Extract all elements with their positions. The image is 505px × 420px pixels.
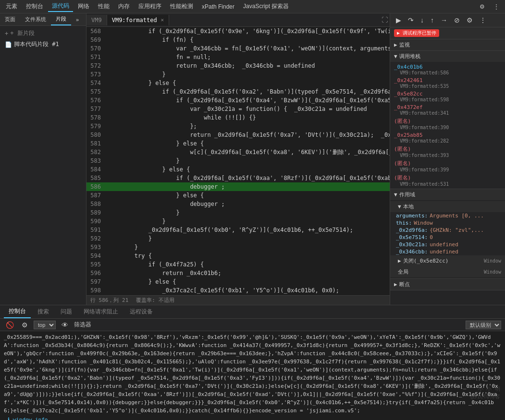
line-content[interactable]: } else { (105, 191, 390, 200)
filter-label: 筛选器 (74, 321, 91, 329)
settings-btn[interactable]: ⚙ (465, 15, 475, 25)
toolbar-btn-application[interactable]: 应用程序 (135, 1, 165, 12)
code-tab-vm9-formatted[interactable]: VM9:formatted ✕ (107, 15, 170, 25)
breakpoints-header[interactable]: ▶ 断点 (390, 279, 505, 290)
callstack-item[interactable]: (匿名)VM9:formatted:390 (390, 117, 505, 131)
console-clear-btn[interactable]: 🚫 (4, 320, 16, 330)
context-select[interactable]: top (34, 321, 56, 329)
snippet-item-1[interactable]: 📄 脚本代码片段 #1 (2, 39, 84, 50)
line-content[interactable]: } else { (105, 79, 390, 87)
line-content[interactable]: if (_0x2d9f6a[_0x1e5f('0xaa', '8Rzf')](_… (105, 174, 390, 182)
step-btn[interactable]: → (439, 15, 449, 25)
line-content[interactable]: return _0x4c01b6; (105, 269, 390, 277)
level-select[interactable]: 默认级别 (466, 321, 501, 329)
sidebar-expand-btn[interactable]: » (71, 13, 84, 25)
toolbar-btn-perf-monitor[interactable]: 性能检测 (166, 1, 197, 12)
callstack-item[interactable]: (匿名)VM9:formatted:399 (390, 159, 505, 173)
line-content[interactable]: debugger ; (105, 182, 390, 191)
bottom-tab-search[interactable]: 搜索 (33, 306, 54, 318)
resume-btn[interactable]: ▶ (394, 15, 403, 25)
line-content[interactable]: while (!![]) {} (105, 113, 390, 122)
line-content[interactable]: } (105, 234, 390, 243)
line-content[interactable]: } (105, 156, 390, 165)
callstack-item[interactable]: (匿名)VM9:formatted:393 (390, 144, 505, 159)
more-options-icon[interactable]: ⋮ (490, 2, 503, 11)
toolbar-btn-sources[interactable]: 源代码 (48, 1, 73, 12)
toolbar-btn-elements[interactable]: 元素 (2, 1, 21, 12)
debug-controls: ▶ ↷ ↓ ↑ → ⊘ ⚙ ⋮ (390, 13, 505, 27)
callstack-item[interactable]: _0x242461VM9:formatted:535 (390, 76, 505, 90)
scope-arrow: ▼ (394, 192, 397, 198)
bottom-tab-network-block[interactable]: 网络请求阻止 (79, 306, 123, 318)
line-content[interactable]: } else { (105, 165, 390, 174)
step-over-btn[interactable]: ↷ (406, 15, 416, 25)
close-tab-icon[interactable]: ✕ (161, 17, 164, 23)
code-editor[interactable]: 568 if (_0x2d9f6a[_0x1e5f('0x9e', '6kng'… (86, 27, 390, 295)
line-content[interactable]: }; (105, 122, 390, 131)
table-row: 590 } (86, 217, 390, 226)
scope-header[interactable]: ▼ 作用域 (390, 189, 505, 200)
callstack-item[interactable]: (匿名)VM9:formatted:531 (390, 173, 505, 188)
line-content[interactable]: } (105, 243, 390, 252)
eye-icon[interactable]: 👁 (60, 320, 70, 330)
line-content[interactable]: } else { (105, 277, 390, 286)
deactivate-btn[interactable]: ⊘ (452, 15, 462, 25)
toolbar-btn-memory[interactable]: 内存 (114, 1, 134, 12)
code-tab-vm9[interactable]: VM9 (86, 15, 107, 25)
callstack-header[interactable]: ▼ 调用堆栈 (390, 51, 505, 62)
callstack-item[interactable]: _0x25ab85VM9:formatted:282 (390, 131, 505, 144)
line-content[interactable]: _0x37ca2c[_0x1e5f('0xb1', 'Y5^o')](_0x4c… (105, 286, 390, 295)
callstack-item[interactable]: _0x4372efVM9:formatted:341 (390, 103, 505, 117)
step-into-btn[interactable]: ↓ (419, 15, 426, 25)
line-content[interactable]: } else { (105, 139, 390, 148)
toolbar-btn-network[interactable]: 网络 (74, 1, 93, 12)
line-content[interactable]: } (105, 217, 390, 226)
global-value: Window (484, 269, 501, 275)
toolbar-btn-xpath[interactable]: xPath Finder (198, 2, 238, 11)
line-content[interactable]: w[c](_0x2d9f6a[_0x1e5f('0xa8', '6KEV')](… (105, 148, 390, 156)
level-selector[interactable]: 默认级别 (466, 321, 501, 329)
more-btn[interactable]: ⋮ (478, 15, 488, 25)
line-content[interactable]: var _0x30c21a = function() { _0x30c21a =… (105, 105, 390, 113)
step-out-btn[interactable]: ↑ (429, 15, 436, 25)
line-content[interactable]: } (105, 208, 390, 217)
global-header[interactable]: 全局 Window (390, 266, 505, 277)
line-content[interactable]: _0x2d9f6a[_0x1e5f('0xb0', 'R^yZ')](_0x4c… (105, 226, 390, 234)
sidebar-tab-page[interactable]: 页面 (0, 13, 20, 25)
line-content[interactable]: var _0x346cbb = fn[_0x1e5f('0xa1', 'weON… (105, 44, 390, 53)
sidebar-tab-snippets[interactable]: 片段 (51, 13, 71, 25)
callstack-section: ▼ 调用堆栈 _0x4c01b6VM9:formatted:586_0x2424… (390, 51, 505, 189)
toolbar-btn-performance[interactable]: 性能 (94, 1, 113, 12)
expand-editor-icon[interactable]: ⛶ (380, 14, 390, 25)
line-content[interactable]: return _0x346cbb; _0x346cbb = undefined (105, 61, 390, 70)
bottom-tab-remote[interactable]: 远程设备 (125, 306, 158, 318)
watch-section-header[interactable]: ▶ 监视 (390, 39, 505, 50)
add-snippet-btn[interactable]: + + 新片段 (2, 28, 84, 39)
line-content[interactable]: return _0x2d9f6a[_0x1e5f('0xa7', 'DVt(')… (105, 131, 390, 139)
toolbar-btn-js-explorer[interactable]: JavaScript 探索器 (239, 1, 293, 12)
console-settings-btn[interactable]: ⚙ (20, 320, 30, 330)
callstack-item[interactable]: _0x4c01b6VM9:formatted:586 (390, 63, 505, 76)
toolbar-btn-console[interactable]: 控制台 (22, 1, 47, 12)
line-content[interactable]: if (_0x4f7a25) { (105, 260, 390, 269)
settings-icon[interactable]: ⚙ (476, 2, 489, 11)
local-label: 本地 (403, 203, 414, 210)
line-content[interactable]: debugger ; (105, 200, 390, 208)
bottom-tab-issues[interactable]: 问题 (56, 306, 77, 318)
line-content[interactable]: if (_0x2d9f6a[_0x1e5f('0xa4', 'BzwW')](_… (105, 96, 390, 105)
context-selector[interactable]: top (34, 321, 56, 329)
line-content[interactable]: fn = null; (105, 53, 390, 61)
line-content[interactable]: } (105, 70, 390, 79)
line-content[interactable]: if (fn) { (105, 36, 390, 44)
line-content[interactable]: try { (105, 252, 390, 260)
callstack-item[interactable]: _0x5e82ccVM9:formatted:598 (390, 90, 505, 103)
line-number: 573 (86, 70, 105, 79)
line-content[interactable]: if (_0x2d9f6a[_0x1e5f('0xa2', 'Babn')](t… (105, 87, 390, 96)
line-content[interactable]: if (_0x2d9f6a[_0x1e5f('0x9e', '6kng')](_… (105, 27, 390, 36)
callstack-func-name: _0x5e82cc (394, 91, 501, 97)
line-number: 595 (86, 260, 105, 269)
local-scope-header[interactable]: ▼ 本地 (390, 201, 505, 212)
sidebar-tab-filesystem[interactable]: 文件系统 (20, 13, 51, 25)
bottom-tab-console[interactable]: 控制台 (4, 305, 31, 318)
closure-header[interactable]: ▶ 关闭(_0x5e82cc) Window (390, 255, 505, 266)
